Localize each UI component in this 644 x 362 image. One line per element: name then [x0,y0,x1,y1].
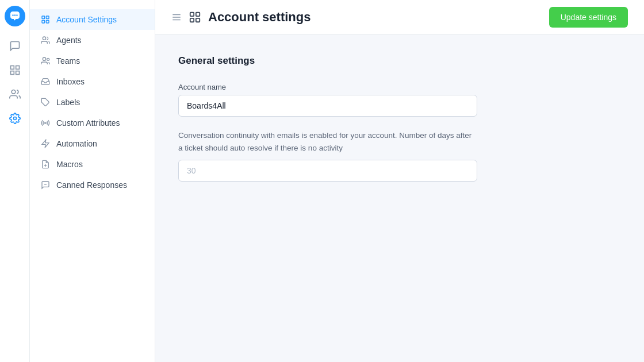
inbox-icon [40,76,51,87]
svg-rect-27 [196,12,200,16]
account-name-field: Account name [178,83,477,117]
nav-settings[interactable] [5,108,25,129]
svg-point-16 [47,58,49,60]
app-logo[interactable] [5,6,25,26]
sidebar-item-label: Canned Responses [56,180,127,190]
sidebar-item-label: Automation [56,139,97,148]
menu-icon [171,12,182,22]
nav-reports[interactable] [5,60,25,80]
svg-point-14 [43,37,45,40]
sidebar: Account Settings Agents Teams Inboxes La… [30,0,155,362]
sidebar-item-label: Macros [56,160,83,169]
svg-rect-11 [46,16,49,19]
svg-rect-28 [190,18,194,21]
account-name-label: Account name [178,83,477,91]
sidebar-item-label: Teams [56,56,80,66]
info-text: Conversation continuity with emails is e… [178,129,477,154]
teams-icon [40,56,51,66]
sidebar-item-labels[interactable]: Labels [30,92,155,113]
page-title: Account settings [208,10,310,25]
sidebar-item-automation[interactable]: Automation [30,133,155,154]
svg-point-8 [12,90,16,94]
nav-conversations[interactable] [5,36,25,56]
svg-point-15 [43,57,45,60]
sidebar-item-canned-responses[interactable]: Canned Responses [30,175,155,195]
topbar: Account settings Update settings [155,0,644,34]
sidebar-item-account-settings[interactable]: Account Settings [30,9,155,30]
sidebar-item-inboxes[interactable]: Inboxes [30,71,155,92]
icon-bar [0,0,30,362]
svg-rect-26 [190,12,194,16]
main-content: Account settings Update settings General… [155,0,644,362]
custom-attributes-icon [40,118,51,128]
sidebar-item-label: Agents [56,36,82,45]
sidebar-item-label: Account Settings [56,15,117,24]
automation-icon [40,138,51,149]
nav-contacts[interactable] [5,84,25,105]
account-name-input[interactable] [178,95,477,117]
sidebar-item-label: Custom Attributes [56,118,120,128]
svg-marker-19 [42,140,49,147]
svg-rect-29 [196,18,200,21]
canned-responses-icon [40,180,51,190]
settings-icon [40,14,51,25]
svg-rect-7 [16,71,19,75]
sidebar-item-agents[interactable]: Agents [30,30,155,51]
days-field [178,160,477,182]
macros-icon [40,159,51,170]
svg-point-1 [12,14,13,16]
topbar-left: Account settings [171,10,310,25]
sidebar-item-label: Labels [56,98,80,107]
label-icon [40,97,51,107]
svg-rect-10 [42,16,45,19]
sidebar-item-custom-attributes[interactable]: Custom Attributes [30,113,155,133]
svg-rect-12 [42,20,45,23]
svg-rect-5 [16,66,19,70]
sidebar-item-teams[interactable]: Teams [30,51,155,71]
update-settings-button[interactable]: Update settings [549,7,628,28]
content-area: General settings Account name Conversati… [155,34,644,362]
days-input[interactable] [178,160,477,182]
general-settings-section: General settings Account name Conversati… [178,55,477,182]
svg-rect-6 [10,71,14,75]
section-title: General settings [178,55,477,67]
svg-point-2 [14,14,15,16]
sidebar-item-label: Inboxes [56,77,85,86]
svg-rect-13 [46,20,49,23]
sidebar-item-macros[interactable]: Macros [30,154,155,175]
svg-point-3 [16,14,17,16]
page-settings-icon [189,11,201,24]
svg-point-9 [13,117,16,120]
svg-rect-4 [10,66,14,70]
svg-point-18 [45,122,47,124]
agents-icon [40,35,51,45]
